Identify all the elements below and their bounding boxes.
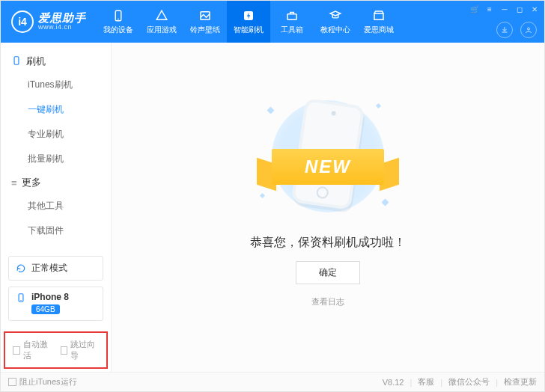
check-skip-guide[interactable]: 跳过向导: [61, 339, 100, 361]
svg-rect-7: [14, 56, 19, 64]
hero: NEW 恭喜您，保资料刷机成功啦！ 确定 查看日志: [238, 93, 418, 307]
header: i4 爱思助手 www.i4.cn 我的设备 应用游戏: [1, 1, 544, 43]
toolbox-icon: [285, 9, 299, 22]
sidebar-section-flash[interactable]: 刷机: [1, 50, 111, 73]
update-link[interactable]: 检查更新: [504, 376, 537, 388]
app-window: i4 爱思助手 www.i4.cn 我的设备 应用游戏: [0, 0, 545, 392]
nav-apps-games[interactable]: 应用游戏: [140, 1, 183, 43]
sidebar: 刷机 iTunes刷机 一键刷机 专业刷机 批量刷机 ≡ 更多 其他工具 下载固…: [1, 43, 112, 372]
download-icon[interactable]: [496, 22, 513, 38]
nav-store[interactable]: 爱思商城: [357, 1, 401, 43]
device-button[interactable]: iPhone 8 64GB: [8, 287, 103, 321]
nav-my-device[interactable]: 我的设备: [97, 1, 140, 43]
success-message: 恭喜您，保资料刷机成功啦！: [250, 235, 406, 251]
more-icon: ≡: [11, 177, 17, 189]
nav-ringtone-wallpaper[interactable]: 铃声壁纸: [183, 1, 227, 43]
device-small-icon: [15, 292, 27, 304]
nav-smart-flash[interactable]: 智能刷机: [227, 1, 270, 43]
brand-logo-mark: i4: [11, 10, 34, 33]
nav-label: 铃声壁纸: [190, 25, 220, 35]
wallpaper-icon: [198, 9, 212, 22]
nav-label: 我的设备: [103, 25, 133, 35]
wechat-link[interactable]: 微信公众号: [448, 376, 490, 388]
check-block-itunes[interactable]: 阻止iTunes运行: [8, 376, 77, 388]
sidebar-section-more[interactable]: ≡ 更多: [1, 171, 111, 194]
refresh-icon: [15, 263, 27, 275]
maximize-icon[interactable]: ◻: [514, 4, 525, 14]
store-icon: [372, 9, 386, 22]
checkbox-icon: [13, 346, 20, 355]
menu-icon[interactable]: ≡: [484, 4, 495, 14]
check-label: 自动激活: [23, 339, 52, 361]
support-link[interactable]: 客服: [418, 376, 434, 388]
sb-item-download-fw[interactable]: 下载固件: [1, 218, 111, 243]
nav-label: 爱思商城: [364, 25, 394, 35]
ribbon-text: NEW: [272, 149, 384, 185]
footer-check-label: 阻止iTunes运行: [19, 376, 77, 388]
svg-rect-4: [287, 13, 296, 19]
brand-url: www.i4.cn: [38, 24, 86, 31]
cart-icon[interactable]: 🛒: [469, 4, 480, 14]
brand-logo[interactable]: i4 爱思助手 www.i4.cn: [7, 10, 91, 33]
device-icon: [112, 9, 125, 22]
section-title: 刷机: [26, 55, 46, 68]
user-icon[interactable]: [520, 22, 537, 38]
brand-title: 爱思助手: [38, 12, 86, 25]
device-name: iPhone 8: [31, 292, 69, 302]
svg-point-6: [528, 28, 530, 30]
footer: 阻止iTunes运行 V8.12 | 客服 | 微信公众号 | 检查更新: [1, 372, 544, 391]
nav-label: 智能刷机: [234, 25, 264, 35]
device-badge: 64GB: [31, 304, 60, 314]
version-label: V8.12: [383, 378, 404, 387]
sb-item-batch-flash[interactable]: 批量刷机: [1, 147, 111, 171]
check-label: 跳过向导: [70, 339, 99, 361]
sb-item-oneclick-flash[interactable]: 一键刷机: [1, 97, 111, 122]
sb-item-pro-flash[interactable]: 专业刷机: [1, 122, 111, 147]
new-ribbon: NEW: [257, 149, 399, 185]
minimize-icon[interactable]: ─: [499, 4, 510, 14]
close-icon[interactable]: ✕: [529, 4, 540, 14]
mode-button[interactable]: 正常模式: [8, 256, 103, 281]
nav-label: 教程中心: [320, 25, 350, 35]
window-controls: 🛒 ≡ ─ ◻ ✕: [469, 4, 540, 14]
body: 刷机 iTunes刷机 一键刷机 专业刷机 批量刷机 ≡ 更多 其他工具 下载固…: [1, 43, 544, 372]
nav-toolbox[interactable]: 工具箱: [270, 1, 314, 43]
sb-item-itunes-flash[interactable]: iTunes刷机: [1, 73, 111, 97]
hero-illustration: NEW: [238, 93, 418, 220]
sidebar-checks: 自动激活 跳过向导: [4, 331, 108, 369]
checkbox-icon: [61, 346, 68, 355]
checkbox-icon: [8, 378, 16, 386]
sb-item-advanced[interactable]: 高级功能: [1, 243, 111, 250]
nav-label: 工具箱: [281, 25, 303, 35]
nav-tutorial[interactable]: 教程中心: [314, 1, 357, 43]
main-content: NEW 恭喜您，保资料刷机成功啦！ 确定 查看日志: [112, 43, 544, 372]
flash-icon: [242, 9, 255, 22]
tutorial-icon: [329, 9, 342, 22]
section-title: 更多: [22, 176, 41, 189]
nav-label: 应用游戏: [147, 25, 177, 35]
apps-icon: [155, 9, 168, 22]
view-log-link[interactable]: 查看日志: [311, 296, 344, 307]
sb-item-other-tools[interactable]: 其他工具: [1, 194, 111, 218]
check-auto-activate[interactable]: 自动激活: [13, 339, 52, 361]
mode-label: 正常模式: [31, 262, 67, 275]
confirm-button[interactable]: 确定: [296, 261, 360, 284]
phone-outline-icon: [11, 55, 22, 68]
